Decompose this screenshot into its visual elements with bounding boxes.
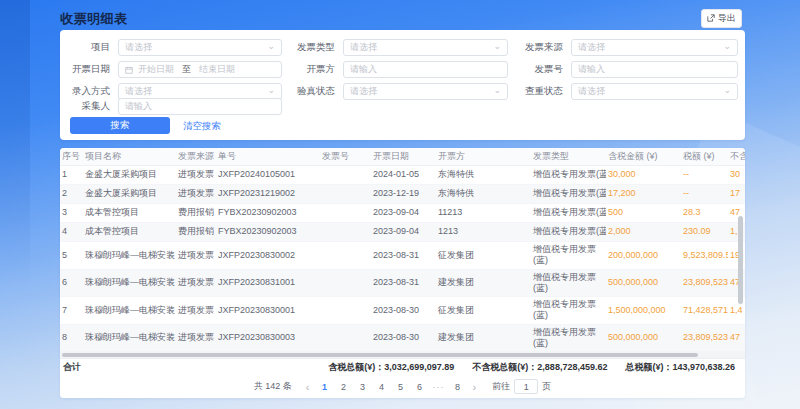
table-cell: 进项发票: [176, 277, 216, 288]
table-cell: 1,500,000,000: [606, 305, 681, 316]
column-header-9: 税额 (¥): [681, 151, 728, 162]
table-cell: 17,200: [606, 188, 681, 199]
invoice-type-label: 发票类型: [282, 41, 343, 54]
table-cell: 增值税专用发票(蓝): [531, 299, 606, 322]
table-cell: 11213: [436, 207, 531, 218]
table-cell: 征发集团: [436, 250, 531, 261]
project-select[interactable]: 请选择 ⌄: [118, 39, 282, 56]
invoice-source-label: 发票来源: [508, 41, 571, 54]
collector-input[interactable]: 请输入: [118, 98, 282, 115]
table-cell: 增值税专用发票(蓝): [531, 169, 606, 180]
table-cell: 17: [728, 188, 745, 199]
table-cell: 30: [728, 169, 745, 180]
table-cell: JXFP20230830001: [216, 305, 320, 316]
table-cell: 2: [60, 188, 83, 199]
export-button[interactable]: 导出: [701, 9, 742, 28]
vertical-scrollbar[interactable]: [738, 216, 743, 304]
verify-status-label: 验真状态: [282, 85, 343, 98]
page-number-4[interactable]: 4: [375, 380, 389, 394]
table-cell: 1213: [436, 226, 531, 237]
table-cell: 珠穆朗玛峰—电梯安装: [83, 332, 176, 343]
table-cell: 增值税专用发票(蓝): [531, 244, 606, 267]
invoice-source-select[interactable]: 请选择 ⌄: [571, 39, 738, 56]
calendar-icon: [125, 66, 133, 74]
page-number-2[interactable]: 2: [337, 380, 351, 394]
search-button[interactable]: 搜索: [70, 117, 170, 134]
column-header-0: 序号: [60, 151, 83, 162]
table-cell: 2023-08-30: [371, 332, 436, 343]
table-cell: 增值税专用发票(蓝): [531, 272, 606, 295]
column-header-2: 发票来源: [176, 151, 216, 162]
table-cell: 珠穆朗玛峰—电梯安装: [83, 305, 176, 316]
column-header-8: 含税金额 (¥): [606, 151, 681, 162]
table-cell: 建发集团: [436, 277, 531, 288]
table-row[interactable]: 6珠穆朗玛峰—电梯安装进项发票JXFP202308310012023-08-31…: [60, 270, 745, 298]
invoice-no-label: 发票号: [508, 63, 571, 76]
table-row[interactable]: 7珠穆朗玛峰—电梯安装进项发票JXFP202308300012023-08-30…: [60, 297, 745, 325]
table-cell: 2,000: [606, 226, 681, 237]
table-cell: 500,000,000: [606, 277, 681, 288]
end-date-input[interactable]: 结束日期: [199, 63, 235, 76]
table-row[interactable]: 1金盛大厦采购项目进项发票JXFP202401050012024-01-05东海…: [60, 166, 745, 185]
column-header-4: 发票号: [320, 151, 371, 162]
table-cell: 建发集团: [436, 332, 531, 343]
table-row[interactable]: 4成本管控项目费用报销FYBX202309020032023-09-041213…: [60, 223, 745, 242]
dup-status-label: 查重状态: [508, 85, 571, 98]
start-date-input[interactable]: 开始日期: [138, 63, 174, 76]
page-title: 收票明细表: [60, 10, 128, 28]
table-cell: 东海特供: [436, 188, 531, 199]
column-header-5: 开票日期: [371, 151, 436, 162]
table-cell: 2023-12-19: [371, 188, 436, 199]
project-label: 项目: [60, 41, 118, 54]
table-row[interactable]: 3成本管控项目费用报销FYBX202309020032023-09-041121…: [60, 204, 745, 223]
page-number-3[interactable]: 3: [356, 380, 370, 394]
page-number-list: 123456···8: [318, 380, 465, 394]
table-cell: JXFP20231219002: [216, 188, 320, 199]
column-header-6: 开票方: [436, 151, 531, 162]
invoice-type-select[interactable]: 请选择 ⌄: [343, 39, 508, 56]
table-cell: 23,809,523.81: [681, 277, 728, 288]
table-row[interactable]: 2金盛大厦采购项目进项发票JXFP202312190022023-12-19东海…: [60, 185, 745, 204]
table-cell: 增值税专用发票(蓝): [531, 207, 606, 218]
column-header-7: 发票类型: [531, 151, 606, 162]
table-cell: 2024-01-05: [371, 169, 436, 180]
goto-page-input[interactable]: [514, 379, 538, 394]
prev-page-button[interactable]: ‹: [303, 381, 313, 393]
table-cell: 4: [60, 226, 83, 237]
page-ellipsis[interactable]: ···: [432, 380, 446, 394]
table-row[interactable]: 5珠穆朗玛峰—电梯安装进项发票JXFP202308300022023-08-31…: [60, 242, 745, 270]
table-cell: 进项发票: [176, 169, 216, 180]
page-number-8[interactable]: 8: [451, 380, 465, 394]
page-number-1[interactable]: 1: [318, 380, 332, 394]
page-number-5[interactable]: 5: [394, 380, 408, 394]
issuer-input[interactable]: 请输入: [343, 61, 508, 78]
table-cell: 500,000,000: [606, 332, 681, 343]
horizontal-scrollbar[interactable]: [62, 353, 698, 357]
totals-label: 合计: [63, 361, 81, 374]
table-cell: 23,809,523.81: [681, 332, 728, 343]
table-cell: 珠穆朗玛峰—电梯安装: [83, 277, 176, 288]
dup-status-select[interactable]: 请选择 ⌄: [571, 83, 738, 100]
total-incl-tax: 含税总额(¥)：3,032,699,097.89: [328, 361, 454, 374]
pagination: 共 142 条 ‹ 123456···8 › 前往 页: [60, 375, 745, 398]
invoice-no-input[interactable]: 请输入: [571, 61, 738, 78]
invoice-date-range[interactable]: 开始日期 至 结束日期: [118, 61, 282, 78]
page-number-6[interactable]: 6: [413, 380, 427, 394]
table-cell: FYBX20230902003: [216, 226, 320, 237]
next-page-button[interactable]: ›: [470, 381, 480, 393]
table-cell: 3: [60, 207, 83, 218]
verify-status-select[interactable]: 请选择 ⌄: [343, 83, 508, 100]
clear-search-link[interactable]: 清空搜索: [183, 120, 221, 133]
issuer-label: 开票方: [282, 63, 343, 76]
table-cell: 47: [728, 332, 745, 343]
column-header-10: 不含税金额 (¥): [728, 151, 745, 162]
table-cell: 71,428,571.43: [681, 305, 728, 316]
chevron-down-icon: ⌄: [267, 85, 275, 95]
table-cell: 金盛大厦采购项目: [83, 169, 176, 180]
table-cell: 7: [60, 305, 83, 316]
table-row[interactable]: 8珠穆朗玛峰—电梯安装进项发票JXFP202308300032023-08-30…: [60, 325, 745, 353]
table-header-row: 序号项目名称发票来源单号发票号开票日期开票方发票类型含税金额 (¥)税额 (¥)…: [60, 148, 745, 166]
table-cell: 金盛大厦采购项目: [83, 188, 176, 199]
table-cell: 2023-08-31: [371, 277, 436, 288]
chevron-down-icon: ⌄: [267, 41, 275, 51]
